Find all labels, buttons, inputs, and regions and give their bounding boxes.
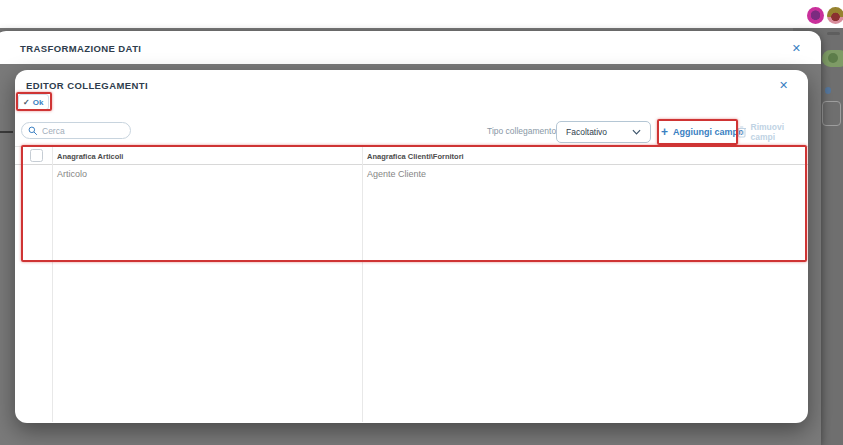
search-field[interactable] <box>21 122 131 139</box>
chevron-down-icon <box>632 129 641 135</box>
column-header-anagrafica-clienti-fornitori[interactable]: Anagrafica Clienti\Fornitori <box>367 152 464 161</box>
rimuovi-campi-label: Rimuovi campi <box>751 122 809 142</box>
background-dash <box>827 32 840 35</box>
trash-icon <box>737 126 747 138</box>
table-row-cell-agente-cliente[interactable]: Agente Cliente <box>367 169 426 179</box>
background-green-toggle <box>822 50 843 67</box>
plus-icon: + <box>661 126 668 138</box>
dimmed-divider <box>0 131 13 133</box>
search-input[interactable] <box>42 126 124 136</box>
tipo-collegamento-select[interactable]: Facoltativo <box>556 121 651 143</box>
aggiungi-campo-button[interactable]: + Aggiungi campo <box>661 122 744 142</box>
column-header-anagrafica-articoli[interactable]: Anagrafica Articoli <box>57 152 123 161</box>
ok-button-label: Ok <box>33 98 44 107</box>
table-row-cell-articolo[interactable]: Articolo <box>57 169 87 179</box>
column-divider <box>362 146 363 422</box>
trasformazione-dati-title: TRASFORMAZIONE DATI <box>20 43 141 54</box>
background-outline-box <box>822 101 841 126</box>
user-avatar-1[interactable] <box>807 7 824 24</box>
toggle-knob-icon <box>828 53 838 63</box>
user-avatar-2[interactable] <box>827 7 843 24</box>
screen: TRASFORMAZIONE DATI ✕ ✓ EDITOR COLLEGAME… <box>0 0 843 445</box>
aggiungi-campo-label: Aggiungi campo <box>673 127 744 137</box>
close-icon[interactable]: ✕ <box>792 43 801 54</box>
rimuovi-campi-button: Rimuovi campi <box>737 123 808 141</box>
editor-collegamenti-modal: EDITOR COLLEGAMENTI ✕ ✓ Ok Tipo collegam… <box>15 70 808 423</box>
tipo-collegamento-label: Tipo collegamento <box>487 126 556 136</box>
editor-collegamenti-title: EDITOR COLLEGAMENTI <box>26 80 148 91</box>
top-bar <box>0 0 843 28</box>
selected-option: Facoltativo <box>566 127 607 137</box>
background-blue-dot <box>825 87 831 94</box>
select-all-checkbox[interactable] <box>30 149 43 162</box>
search-icon <box>28 126 38 136</box>
ok-button[interactable]: ✓ Ok <box>18 94 49 110</box>
check-icon: ✓ <box>23 98 30 107</box>
column-divider <box>52 146 53 422</box>
close-icon[interactable]: ✕ <box>779 80 788 91</box>
